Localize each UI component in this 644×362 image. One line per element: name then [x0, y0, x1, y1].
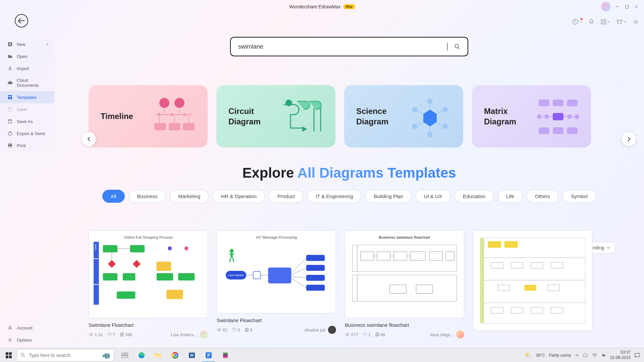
start-button[interactable] [1, 348, 16, 362]
svg-line-106 [291, 258, 306, 273]
app-name: Wondershare EdrawMax [289, 4, 341, 9]
likes-stat: 7 [108, 332, 115, 337]
category-card-matrix[interactable]: Matrix Diagram [472, 85, 591, 147]
template-card[interactable]: HI7 Message Processing LAB FINDER Swimla… [217, 230, 336, 339]
sidebar: New + Open Import Cloud Documents Templa… [0, 38, 54, 152]
filter-chip-marketing[interactable]: Marketing [170, 190, 209, 203]
notification-center-icon[interactable] [635, 353, 640, 358]
taskbar-datetime[interactable]: 03:37 22-09-2023 [610, 350, 631, 360]
sidebar-item-label: Options [17, 338, 32, 343]
template-preview: Online Full Shopping Process Client [89, 230, 208, 318]
carousel-prev-button[interactable] [82, 132, 96, 146]
windows-icon [6, 352, 12, 358]
category-card-science[interactable]: Science Diagram [344, 85, 463, 147]
sidebar-item-export[interactable]: Export & Send [0, 127, 54, 139]
minimize-icon[interactable] [615, 4, 620, 9]
plus-icon[interactable]: + [46, 42, 49, 47]
sound-icon[interactable] [601, 353, 606, 358]
header-utility-icons: ? [572, 19, 639, 25]
carousel-next-button[interactable] [622, 132, 636, 146]
svg-rect-137 [504, 241, 518, 248]
svg-rect-117 [361, 252, 374, 260]
text-cursor [447, 43, 447, 51]
filter-chip-it-engineering[interactable]: IT & Engineering [307, 190, 361, 203]
help-icon[interactable]: ? [572, 19, 582, 25]
wifi-icon[interactable] [592, 353, 597, 357]
svg-rect-102 [306, 275, 325, 281]
filter-chip-symbol[interactable]: Symbol [562, 190, 596, 203]
weather-icon[interactable]: ⛅ [525, 352, 532, 359]
filter-chip-ui-ux[interactable]: UI & UX [416, 190, 450, 203]
shirt-icon[interactable] [616, 19, 626, 24]
search-box[interactable] [230, 37, 468, 56]
weather-desc[interactable]: Partly sunny [549, 353, 571, 358]
svg-rect-59 [553, 113, 564, 120]
weather-temp[interactable]: 30°C [536, 353, 545, 358]
filter-chip-hr-operation[interactable]: HR & Operation [213, 190, 265, 203]
edrawmax-icon[interactable] [201, 348, 217, 362]
svg-rect-157 [122, 356, 128, 358]
sidebar-item-open[interactable]: Open [0, 50, 54, 62]
taskbar-search[interactable]: Type here to search 🦏 [17, 349, 114, 361]
sidebar-item-saveas[interactable]: Save As [0, 115, 54, 127]
sidebar-item-new[interactable]: New + [0, 38, 54, 50]
template-author: easy diagr... [430, 330, 464, 339]
copies-stat: 396 [120, 332, 132, 337]
sidebar-item-import[interactable]: Import [0, 62, 54, 74]
explore-prefix: Explore [242, 165, 297, 181]
maximize-icon[interactable] [625, 4, 629, 9]
titlebar-controls [601, 2, 639, 11]
sidebar-item-label: New [17, 42, 25, 47]
svg-rect-89 [120, 334, 123, 336]
copies-stat: 66 [375, 332, 385, 337]
template-card[interactable]: Online Full Shopping Process Client Swim… [89, 230, 208, 339]
category-card-circuit[interactable]: Circuit Diagram [216, 85, 335, 147]
sidebar-item-print[interactable]: Print [0, 139, 54, 152]
edge-icon[interactable] [133, 348, 150, 362]
onedrive-icon[interactable] [583, 353, 588, 357]
filter-chip-building-plan[interactable]: Building Plan [365, 190, 412, 203]
filter-chip-business[interactable]: Business [129, 190, 166, 203]
task-view-icon[interactable] [117, 348, 133, 362]
template-card[interactable] [473, 230, 592, 339]
bell-icon[interactable] [589, 19, 594, 25]
pro-badge: Pro [343, 4, 355, 9]
svg-rect-124 [416, 285, 433, 294]
apps-grid-icon[interactable] [601, 19, 610, 24]
template-preview [473, 230, 592, 331]
close-icon[interactable] [634, 4, 639, 9]
word-icon[interactable]: W [184, 348, 200, 362]
tray-chevron-icon[interactable] [575, 354, 579, 357]
template-card[interactable]: Business swimlane flowchart Business swi… [345, 230, 464, 339]
svg-line-51 [437, 111, 442, 114]
user-avatar-button[interactable] [601, 2, 610, 11]
file-explorer-icon[interactable] [150, 348, 166, 362]
category-card-timeline[interactable]: Timeline [89, 85, 208, 147]
sidebar-item-cloud[interactable]: Cloud Documents [0, 74, 54, 91]
svg-point-26 [174, 98, 184, 108]
timeline-graphic [149, 95, 200, 138]
svg-rect-80 [123, 273, 136, 281]
templates-icon [7, 95, 13, 100]
filter-chip-others[interactable]: Others [527, 190, 558, 203]
import-icon [7, 66, 13, 71]
gear-icon[interactable] [633, 19, 639, 25]
svg-rect-1 [626, 5, 629, 8]
sidebar-item-templates[interactable]: Templates [0, 91, 54, 103]
sidebar-item-save: Save [0, 103, 54, 115]
filter-chip-education[interactable]: Education [454, 190, 494, 203]
sidebar-item-account[interactable]: Account [0, 322, 54, 334]
search-icon[interactable] [454, 44, 460, 50]
winrar-icon[interactable] [217, 348, 233, 362]
preview-title: Business swimlane flowchart [350, 235, 459, 239]
filter-chip-life[interactable]: Life [498, 190, 523, 203]
back-button[interactable] [15, 14, 28, 27]
template-preview: HI7 Message Processing LAB FINDER [217, 230, 336, 313]
filter-chip-all[interactable]: All [102, 190, 125, 203]
chrome-icon[interactable] [167, 348, 183, 362]
sidebar-item-options[interactable]: Options [0, 334, 54, 346]
heart-icon [363, 333, 367, 337]
filter-chip-product[interactable]: Product [269, 190, 303, 203]
sidebar-item-label: Account [17, 325, 33, 330]
search-input[interactable] [238, 43, 445, 50]
